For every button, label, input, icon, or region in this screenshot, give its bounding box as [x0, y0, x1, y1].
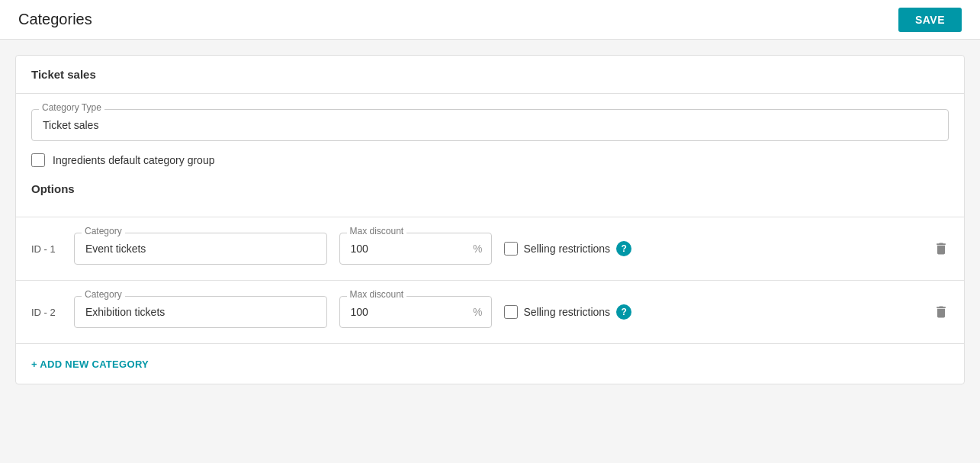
add-category-row: + ADD NEW CATEGORY — [16, 344, 964, 384]
option-2-delete-button[interactable] — [933, 304, 949, 320]
option-row-1: ID - 1 Category Max discount % Selling r… — [16, 217, 964, 281]
options-label: Options — [31, 179, 949, 201]
category-type-input[interactable] — [31, 109, 949, 141]
option-2-discount-label: Max discount — [347, 289, 407, 300]
ingredients-label: Ingredients default category group — [53, 154, 214, 166]
option-2-category-input[interactable] — [74, 296, 327, 328]
option-1-selling-label: Selling restrictions — [524, 243, 611, 255]
option-2-selling-area: Selling restrictions ? — [504, 304, 657, 320]
option-1-category-input[interactable] — [74, 233, 327, 265]
option-2-discount-input[interactable] — [339, 296, 492, 328]
category-type-label: Category Type — [39, 102, 104, 113]
option-2-selling-label: Selling restrictions — [524, 306, 611, 318]
card-title: Ticket sales — [31, 68, 96, 81]
card-body: Category Type Ingredients default catego… — [16, 94, 964, 217]
page-title: Categories — [18, 11, 92, 28]
option-1-category-field: Category — [74, 233, 327, 265]
card-header: Ticket sales — [16, 56, 964, 94]
ingredients-checkbox-row: Ingredients default category group — [31, 153, 949, 167]
option-2-category-label: Category — [82, 289, 125, 300]
main-content: Ticket sales Category Type Ingredients d… — [0, 40, 980, 400]
option-row-2: ID - 2 Category Max discount % Selling r… — [16, 281, 964, 344]
option-1-discount-input[interactable] — [339, 233, 492, 265]
option-2-category-field: Category — [74, 296, 327, 328]
option-2-help-icon[interactable]: ? — [616, 304, 631, 320]
option-1-delete-button[interactable] — [933, 241, 949, 256]
app-header: Categories SAVE — [0, 0, 980, 40]
option-1-discount-label: Max discount — [347, 226, 407, 236]
add-category-button[interactable]: + ADD NEW CATEGORY — [31, 359, 149, 370]
option-2-selling-checkbox[interactable] — [504, 305, 518, 319]
options-section: ID - 1 Category Max discount % Selling r… — [16, 217, 964, 384]
option-1-selling-area: Selling restrictions ? — [504, 241, 657, 256]
categories-card: Ticket sales Category Type Ingredients d… — [15, 55, 965, 384]
option-1-discount-field: Max discount % — [339, 233, 492, 265]
category-type-field: Category Type — [31, 109, 949, 141]
option-1-help-icon[interactable]: ? — [616, 241, 631, 256]
option-id-1: ID - 1 — [31, 243, 62, 255]
option-id-2: ID - 2 — [31, 307, 62, 318]
option-1-category-label: Category — [82, 226, 125, 236]
option-1-selling-checkbox[interactable] — [504, 242, 518, 256]
option-2-discount-field: Max discount % — [339, 296, 492, 328]
ingredients-checkbox[interactable] — [31, 153, 45, 167]
save-button[interactable]: SAVE — [898, 8, 962, 32]
